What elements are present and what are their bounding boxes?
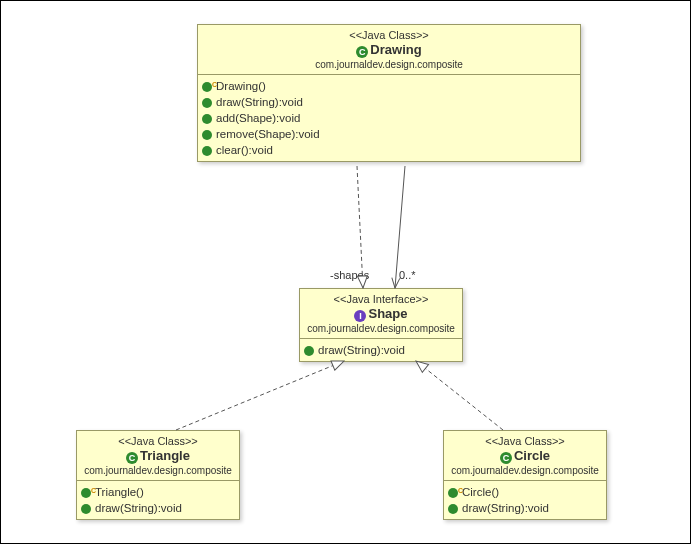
member-list: Circle() draw(String):void <box>444 481 606 519</box>
class-name-text: Triangle <box>140 448 190 463</box>
class-header: <<Java Class>> CTriangle com.journaldev.… <box>77 431 239 481</box>
member: draw(String):void <box>448 500 602 516</box>
class-icon: C <box>500 452 512 464</box>
constructor-icon <box>81 488 91 498</box>
member: remove(Shape):void <box>202 126 576 142</box>
member: draw(String):void <box>304 342 458 358</box>
stereotype-label: <<Java Class>> <box>83 435 233 447</box>
constructor-icon <box>448 488 458 498</box>
class-name-text: Drawing <box>370 42 421 57</box>
class-icon: C <box>126 452 138 464</box>
class-header: <<Java Class>> CDrawing com.journaldev.d… <box>198 25 580 75</box>
interface-shape: <<Java Interface>> IShape com.journaldev… <box>299 288 463 362</box>
package-label: com.journaldev.design.composite <box>204 59 574 70</box>
class-name: CTriangle <box>83 447 233 465</box>
method-icon <box>81 504 91 514</box>
member: clear():void <box>202 142 576 158</box>
class-name-text: Circle <box>514 448 550 463</box>
assoc-multiplicity-label: 0..* <box>399 269 416 281</box>
class-icon: C <box>356 46 368 58</box>
class-circle: <<Java Class>> CCircle com.journaldev.de… <box>443 430 607 520</box>
class-name-text: Shape <box>368 306 407 321</box>
method-icon <box>202 114 212 124</box>
member: add(Shape):void <box>202 110 576 126</box>
class-header: <<Java Class>> CCircle com.journaldev.de… <box>444 431 606 481</box>
method-icon <box>304 346 314 356</box>
member: Drawing() <box>202 78 576 94</box>
class-header: <<Java Interface>> IShape com.journaldev… <box>300 289 462 339</box>
member: draw(String):void <box>202 94 576 110</box>
realization-circle-shape <box>416 361 503 430</box>
stereotype-label: <<Java Interface>> <box>306 293 456 305</box>
member-list: Drawing() draw(String):void add(Shape):v… <box>198 75 580 161</box>
class-drawing: <<Java Class>> CDrawing com.journaldev.d… <box>197 24 581 162</box>
member-list: Triangle() draw(String):void <box>77 481 239 519</box>
interface-icon: I <box>354 310 366 322</box>
realization-triangle-shape <box>176 361 344 430</box>
assoc-role-label: -shapes <box>330 269 369 281</box>
constructor-icon <box>202 82 212 92</box>
package-label: com.journaldev.design.composite <box>450 465 600 476</box>
class-name: CDrawing <box>204 41 574 59</box>
uml-canvas: <<Java Class>> CDrawing com.journaldev.d… <box>0 0 691 544</box>
member: draw(String):void <box>81 500 235 516</box>
stereotype-label: <<Java Class>> <box>450 435 600 447</box>
stereotype-label: <<Java Class>> <box>204 29 574 41</box>
package-label: com.journaldev.design.composite <box>83 465 233 476</box>
method-icon <box>202 98 212 108</box>
method-icon <box>448 504 458 514</box>
method-icon <box>202 130 212 140</box>
class-name: CCircle <box>450 447 600 465</box>
class-triangle: <<Java Class>> CTriangle com.journaldev.… <box>76 430 240 520</box>
method-icon <box>202 146 212 156</box>
member: Circle() <box>448 484 602 500</box>
package-label: com.journaldev.design.composite <box>306 323 456 334</box>
member-list: draw(String):void <box>300 339 462 361</box>
class-name: IShape <box>306 305 456 323</box>
member: Triangle() <box>81 484 235 500</box>
